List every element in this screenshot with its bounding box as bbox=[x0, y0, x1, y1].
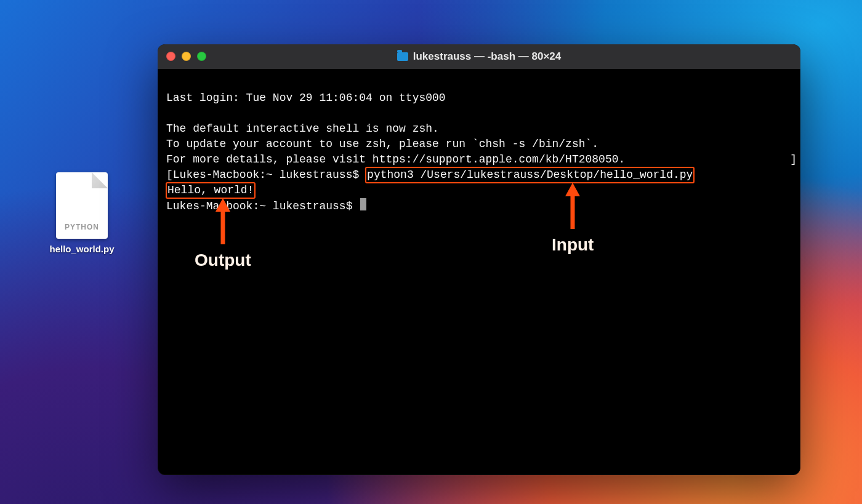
terminal-window[interactable]: lukestrauss — -bash — 80×24 Last login: … bbox=[158, 44, 800, 475]
prompt-bracket-open: [ bbox=[166, 169, 173, 181]
window-title-text: lukestrauss — -bash — 80×24 bbox=[413, 50, 561, 63]
desktop-file[interactable]: PYTHON hello_world.py bbox=[48, 172, 116, 254]
terminal-line: The default interactive shell is now zsh… bbox=[166, 122, 439, 135]
svg-marker-3 bbox=[565, 183, 580, 196]
prompt-bracket-close: ] bbox=[790, 152, 797, 167]
folder-icon bbox=[397, 52, 408, 61]
annotation-input-label: Input bbox=[552, 237, 594, 252]
arrow-up-icon bbox=[560, 183, 585, 232]
zoom-button[interactable] bbox=[197, 52, 206, 61]
terminal-cursor bbox=[360, 198, 366, 210]
input-command-highlight: python3 /Users/lukestrauss/Desktop/hello… bbox=[366, 167, 694, 183]
file-type-badge: PYTHON bbox=[62, 223, 102, 231]
shell-prompt: Lukes-Macbook:~ lukestrauss$ bbox=[166, 200, 359, 212]
window-controls bbox=[166, 52, 206, 61]
annotation-input: Input bbox=[552, 183, 594, 252]
window-titlebar[interactable]: lukestrauss — -bash — 80×24 bbox=[158, 44, 800, 69]
terminal-line: Last login: Tue Nov 29 11:06:04 on ttys0… bbox=[166, 92, 446, 104]
desktop: PYTHON hello_world.py lukestrauss — -bas… bbox=[0, 0, 862, 504]
window-title: lukestrauss — -bash — 80×24 bbox=[397, 50, 561, 63]
file-document-icon: PYTHON bbox=[56, 172, 108, 239]
terminal-line: For more details, please visit https://s… bbox=[166, 153, 625, 166]
output-line-highlight: Hello, world! bbox=[166, 183, 255, 198]
terminal-content[interactable]: Last login: Tue Nov 29 11:06:04 on ttys0… bbox=[158, 69, 800, 475]
close-button[interactable] bbox=[166, 52, 175, 61]
shell-prompt: Lukes-Macbook:~ lukestrauss$ bbox=[173, 169, 366, 181]
minimize-button[interactable] bbox=[182, 52, 191, 61]
file-name-label: hello_world.py bbox=[48, 244, 116, 254]
annotation-output-label: Output bbox=[195, 252, 251, 268]
terminal-line: To update your account to use zsh, pleas… bbox=[166, 138, 598, 150]
